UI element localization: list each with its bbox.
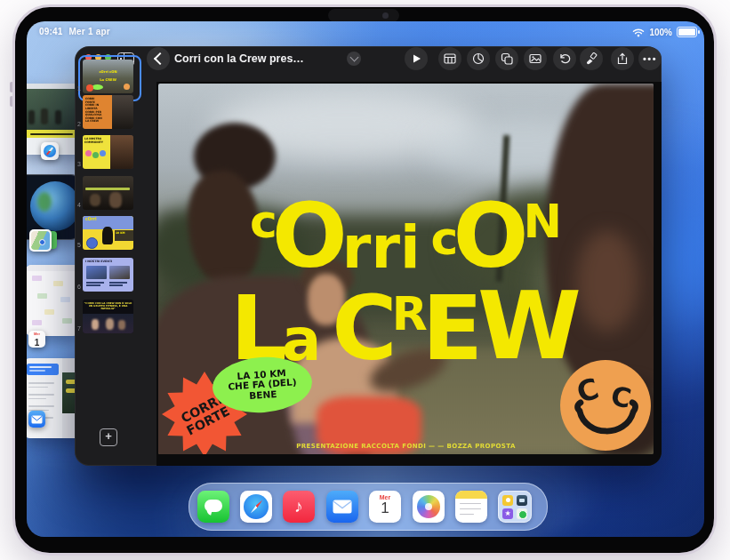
media-icon [529,52,541,65]
cc-smiley-sticker[interactable]: C C [559,359,652,452]
thumb3-text: LA NOSTRA COMMUNITY [84,137,112,143]
title-glyph: c [431,220,459,258]
messages-app-icon[interactable] [197,491,229,523]
insert-media-button[interactable] [524,47,547,70]
thumb3-circle-pink [85,150,92,156]
format-brush-button[interactable] [580,47,603,70]
document-title[interactable]: Corri con la Crew pres… [174,46,304,71]
apps-folder-icon[interactable]: ★ [498,491,532,523]
thumb6-header: I NOSTRI EVENTI [85,260,133,263]
star-mini-icon: ★ [502,508,513,519]
add-slide-button[interactable]: + [100,428,117,446]
slide-thumbnail-4[interactable] [83,176,133,210]
music-app-icon[interactable]: ♪ [283,491,315,523]
photos-app-icon[interactable] [413,491,445,523]
thumb3-yellow-panel: LA NOSTRA COMMUNITY [83,135,110,169]
title-glyph: c [250,204,277,241]
format-brush-icon [585,52,598,65]
undo-icon [558,52,571,65]
back-button[interactable] [147,47,170,70]
chevron-down-icon [349,53,358,62]
more-button[interactable]: ••• [638,47,662,70]
slide-thumbnail-6[interactable]: I NOSTRI EVENTI [83,258,133,292]
slide-number: 1 [75,85,81,92]
play-button[interactable] [405,47,428,70]
slide-thumbnail-1[interactable]: cOrri cON La CREW [83,60,133,93]
slide-thumbnail-3[interactable]: LA NOSTRA COMMUNITY [83,135,133,169]
thumb4-figure [90,194,100,206]
thumb1-star-sticker [86,84,93,92]
lightbulb-icon [506,498,510,502]
mini-runner-figure [41,108,48,124]
dock: ♪ Mer 1 [189,483,548,531]
safari-app-icon[interactable] [41,142,59,160]
thumb2-photo [112,95,133,129]
slide-number: 5 [75,242,81,248]
insert-shape-button[interactable] [495,47,518,70]
insert-table-button[interactable] [438,47,461,70]
tips-mini-icon [502,495,513,506]
mail-app-icon[interactable] [28,411,45,428]
thumb3-circle-blue [100,150,106,156]
slide-number: 6 [75,284,81,290]
thumb5-smiley-circle [86,237,98,249]
mini-event [32,276,42,281]
title-menu-button[interactable] [347,52,361,66]
thumb3-circle-green [92,152,99,158]
mini-app-icon-green [517,508,527,519]
slide-thumbnail-7[interactable]: “CORRI CON LA CREW NON È SOLO UN GRUPPO … [83,300,133,333]
stage-manager-calendar-window[interactable] [27,265,80,336]
mini-webpage-photo [27,89,82,130]
thumb5-dist: 10 KM [116,231,133,235]
title-glyph: W [477,289,582,364]
thumb2-text: CORRI FORTE CORRI IN LIBERTÀ CORRI PER Q… [85,97,115,123]
thumb6-line [109,282,127,284]
music-note-icon: ♪ [294,497,303,516]
thumb2-orange-panel: CORRI FORTE CORRI IN LIBERTÀ CORRI PER Q… [83,95,112,129]
mini-event [60,297,70,302]
thumb5-word: cOrri [85,217,133,221]
slide-title-line1[interactable]: c O rri c O N [158,188,654,272]
status-time: 09:41 [39,27,63,36]
slide-number: 7 [75,325,81,332]
calendar-dock-icon[interactable]: Mer 1 [369,491,401,523]
thumb6-photo-left [86,266,107,279]
thumb7-photo [83,314,133,333]
share-button[interactable] [611,47,634,70]
calendar-app-icon[interactable]: Mer 1 [28,331,45,348]
thumb7-quote: “CORRI CON LA CREW NON È SOLO UN GRUPPO … [83,301,133,310]
thumb6-line [86,282,104,284]
mini-yellow-banner [27,130,82,138]
mini-runner-figure [55,110,61,124]
envelope-icon [31,415,43,424]
slide-thumbnail-2[interactable]: CORRI FORTE CORRI IN LIBERTÀ CORRI PER Q… [83,95,133,129]
marketing-background: 09:41Mer 1 apr 100% [0,0,730,560]
thumb5-dark-chip: 10 KM [115,230,133,241]
calendar-day: 1 [369,500,401,517]
chevron-left-icon [153,52,165,65]
ellipsis-icon: ••• [643,53,657,64]
title-glyph: O [272,201,348,272]
notes-app-icon[interactable] [455,491,487,523]
mini-mail-selected-row [27,364,59,375]
compass-needle [249,500,263,515]
thumb6-line [109,284,123,286]
notes-yellow-strip [455,491,487,499]
safari-dock-icon[interactable] [240,491,272,523]
slide-1-canvas[interactable]: c O rri c O N L a C [158,84,654,454]
slide-thumbnail-5[interactable]: cOrri 10 KM [83,216,133,250]
insert-chart-button[interactable] [467,47,490,70]
bubble-tail [205,508,212,515]
slide-title-line2[interactable]: L a C R E W [158,272,654,364]
plus-icon: + [105,429,112,443]
mini-event [37,293,47,299]
mail-dock-icon[interactable] [326,491,358,523]
status-bar-left: 09:41Mer 1 apr [39,27,116,36]
front-camera-housing [328,9,399,22]
maps-app-icon[interactable] [29,229,52,252]
undo-button[interactable] [553,47,576,70]
title-glyph: E [422,293,483,364]
share-icon [616,52,629,65]
battery-icon [677,27,697,37]
mini-cal-weekday: Mer [33,332,42,336]
